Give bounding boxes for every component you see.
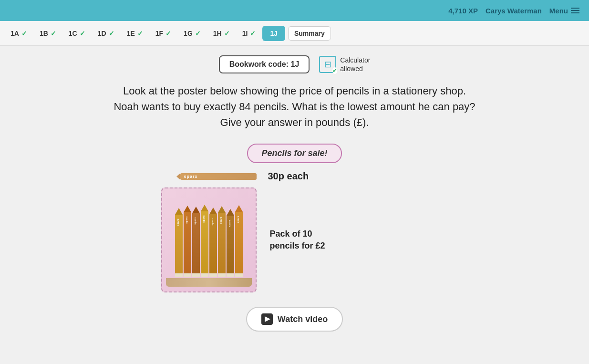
calculator-check-icon: ✔ [332, 67, 337, 74]
hamburger-icon [571, 8, 579, 13]
pencil-8: sparx [235, 205, 243, 277]
tab-1D[interactable]: 1D ✓ [92, 27, 120, 40]
pencil-5: sparx [209, 208, 217, 277]
pencils-row: sparx sparx [175, 201, 243, 277]
poster-items: sparx 30p each sparx [161, 171, 428, 292]
pencil-4: sparx [201, 205, 208, 277]
tab-1J[interactable]: 1J [262, 26, 285, 41]
check-1H: ✓ [224, 30, 230, 37]
tab-1C[interactable]: 1C ✓ [63, 27, 91, 40]
single-pencil-image: sparx [180, 173, 257, 180]
tab-1H[interactable]: 1H ✓ [207, 27, 236, 40]
nav-tabs: 1A ✓ 1B ✓ 1C ✓ 1D ✓ 1E ✓ 1F ✓ 1G ✓ 1H ✓ … [0, 21, 589, 46]
play-triangle-icon [265, 316, 270, 322]
single-pencil-row: sparx 30p each [161, 171, 309, 182]
summary-label: Summary [294, 30, 325, 37]
question-line3: Give your answer in pounds (£). [14, 114, 575, 130]
check-1E: ✓ [137, 30, 143, 37]
tab-1E[interactable]: 1E ✓ [121, 27, 149, 40]
check-1G: ✓ [195, 30, 201, 37]
check-1D: ✓ [109, 30, 114, 37]
check-1B: ✓ [51, 30, 56, 37]
question-line2: Noah wants to buy exactly 84 pencils. Wh… [14, 99, 575, 114]
pencil-pack-bottom [166, 278, 252, 287]
pack-price-line1: Pack of 10 [270, 228, 325, 240]
pack-price-line2: pencils for £2 [270, 240, 325, 252]
calculator-icon: ⊟ ✔ [319, 56, 336, 73]
watch-video-label: Watch video [278, 314, 328, 324]
check-1F: ✓ [165, 30, 171, 37]
check-1A: ✓ [21, 30, 27, 37]
bookwork-code: Bookwork code: 1J [219, 55, 310, 73]
tab-1B[interactable]: 1B ✓ [34, 27, 62, 40]
calculator-info: ⊟ ✔ Calculator allowed [319, 56, 370, 73]
single-price-label: 30p each [268, 171, 309, 182]
menu-button[interactable]: Menu [549, 7, 579, 15]
top-bar: 4,710 XP Carys Waterman Menu [0, 0, 589, 21]
pencil-7: sparx [227, 209, 234, 277]
pencil-3: sparx [192, 207, 200, 277]
calculator-sublabel: allowed [340, 64, 370, 73]
calculator-label: Calculator [340, 56, 370, 64]
question-text: Look at the poster below showing the pri… [14, 83, 575, 130]
watch-video-button[interactable]: Watch video [246, 307, 343, 332]
pencil-brand-label: sparx [184, 174, 198, 179]
pencil-2: sparx [184, 206, 191, 277]
tab-1I[interactable]: 1I ✓ [237, 27, 262, 40]
poster-section: Pencils for sale! sparx 30p each [14, 144, 575, 332]
video-icon [261, 313, 273, 325]
xp-display: 4,710 XP [448, 7, 478, 15]
bookwork-row: Bookwork code: 1J ⊟ ✔ Calculator allowed [14, 55, 575, 73]
user-display: Carys Waterman [486, 7, 542, 15]
main-content: Bookwork code: 1J ⊟ ✔ Calculator allowed… [0, 46, 589, 364]
tab-1F[interactable]: 1F ✓ [150, 27, 177, 40]
pencil-pack-image: sparx sparx [161, 187, 257, 292]
tab-summary[interactable]: Summary [288, 26, 331, 41]
pencil-1: sparx [175, 208, 183, 277]
tab-1G[interactable]: 1G ✓ [178, 27, 207, 40]
poster-banner: Pencils for sale! [247, 144, 341, 163]
check-1I: ✓ [250, 30, 256, 37]
pack-area: sparx sparx [161, 187, 325, 292]
tab-1A[interactable]: 1A ✓ [5, 27, 33, 40]
pencil-6: sparx [218, 206, 226, 277]
check-1C: ✓ [80, 30, 85, 37]
pack-price-label: Pack of 10 pencils for £2 [270, 228, 325, 252]
question-line1: Look at the poster below showing the pri… [14, 83, 575, 99]
menu-label: Menu [549, 7, 568, 15]
